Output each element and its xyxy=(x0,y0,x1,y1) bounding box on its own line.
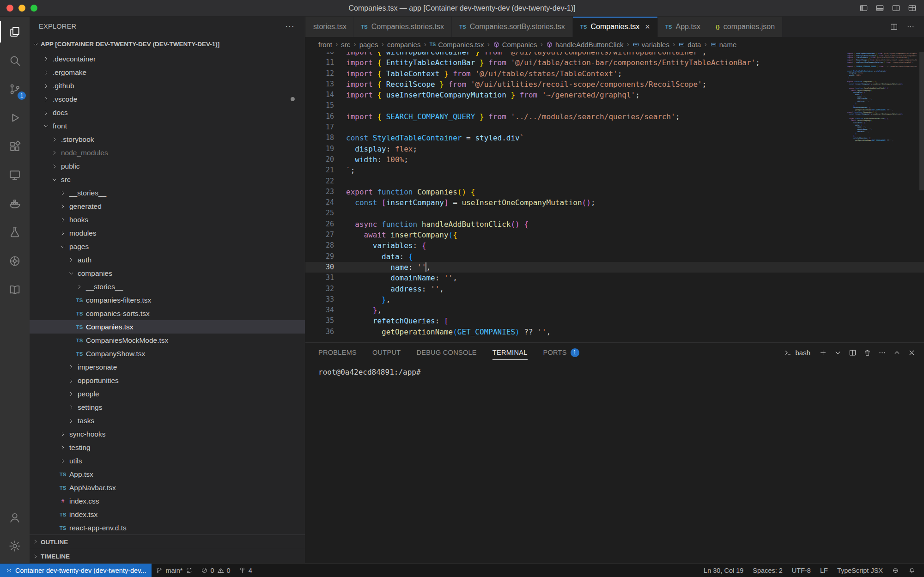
tree-item-vscode[interactable]: .vscode xyxy=(30,92,305,106)
tree-item-companyshow-tsx[interactable]: TSCompanyShow.tsx xyxy=(30,347,305,360)
section-timeline[interactable]: TIMELINE xyxy=(30,549,305,563)
terminal-shell-selector[interactable]: bash xyxy=(784,349,810,357)
terminal-body[interactable]: root@0a42ecd84891:/app# xyxy=(305,362,924,563)
globe-icon[interactable] xyxy=(888,564,903,577)
breadcrumb-item-src[interactable]: src xyxy=(341,41,350,49)
panel-tab-terminal[interactable]: TERMINAL xyxy=(492,343,528,362)
ports-indicator[interactable]: 4 xyxy=(235,564,256,577)
code-line-35[interactable]: 35 refetchQueries: [ xyxy=(305,316,924,326)
toggle-primary-sidebar-icon[interactable] xyxy=(859,4,868,12)
ellipsis-icon[interactable] xyxy=(906,23,915,31)
tree-item-generated[interactable]: generated xyxy=(30,200,305,213)
tree-item-sync-hooks[interactable]: sync-hooks xyxy=(30,427,305,441)
breadcrumb-item-data[interactable]: data xyxy=(678,41,701,49)
code-line-12[interactable]: 12import { TableContext } from '@/ui/tab… xyxy=(305,68,924,79)
code-line-22[interactable]: 22 xyxy=(305,176,924,187)
breadcrumb-item-companies-tsx[interactable]: TSCompanies.tsx xyxy=(430,41,484,49)
tree-item-testing[interactable]: testing xyxy=(30,441,305,454)
activity-item-docker[interactable] xyxy=(0,189,30,218)
tree-item-app-tsx[interactable]: TSApp.tsx xyxy=(30,468,305,481)
code-line-32[interactable]: 32 address: '', xyxy=(305,284,924,294)
remote-indicator[interactable]: Container dev-twenty-dev (dev-twenty-dev… xyxy=(0,564,152,577)
breadcrumb-item-companies[interactable]: companies xyxy=(387,41,421,49)
chevron-up-icon[interactable] xyxy=(893,349,901,357)
panel-tab-debug-console[interactable]: DEBUG CONSOLE xyxy=(416,343,476,362)
plus-icon[interactable] xyxy=(819,349,827,357)
chevron-down-icon[interactable] xyxy=(834,349,842,357)
code-line-30[interactable]: 30 name: '', xyxy=(305,262,924,273)
activity-item-explorer[interactable] xyxy=(0,18,30,46)
encoding[interactable]: UTF-8 xyxy=(788,564,815,577)
tab-companies-stories-tsx[interactable]: TSCompanies.stories.tsx xyxy=(353,17,452,37)
tree-item-src[interactable]: src xyxy=(30,173,305,186)
panel-tab-ports[interactable]: PORTS1 xyxy=(543,343,579,362)
breadcrumb-item-variables[interactable]: variables xyxy=(632,41,669,49)
activity-item-run-debug[interactable] xyxy=(0,103,30,132)
tree-item-modules[interactable]: modules xyxy=(30,226,305,240)
activity-item-search[interactable] xyxy=(0,46,30,75)
views-more-actions-icon[interactable]: ⋯ xyxy=(285,24,295,29)
split-icon[interactable] xyxy=(890,23,898,31)
code-line-10[interactable]: 10import { withTopBarContainer } from '@… xyxy=(305,52,924,57)
minimap[interactable]: import { withTopBarContainer } from '@/u… xyxy=(847,53,917,141)
indentation[interactable]: Spaces: 2 xyxy=(748,564,787,577)
trash-icon[interactable] xyxy=(863,349,871,357)
tree-item-utils[interactable]: utils xyxy=(30,454,305,468)
toggle-panel-icon[interactable] xyxy=(875,4,884,12)
activity-item-live-preview[interactable] xyxy=(0,275,30,304)
tree-item-pages[interactable]: pages xyxy=(30,240,305,253)
close-icon[interactable] xyxy=(908,349,916,357)
tree-item-companies-sorts-tsx[interactable]: TScompanies-sorts.tsx xyxy=(30,307,305,320)
code-line-28[interactable]: 28 variables: { xyxy=(305,240,924,251)
tree-item-impersonate[interactable]: impersonate xyxy=(30,360,305,374)
panel-tab-problems[interactable]: PROBLEMS xyxy=(318,343,357,362)
tree-item-appnavbar-tsx[interactable]: TSAppNavbar.tsx xyxy=(30,481,305,494)
tree-item-people[interactable]: people xyxy=(30,387,305,401)
activity-item-accounts[interactable] xyxy=(0,503,30,532)
code-line-20[interactable]: 20 width: 100%; xyxy=(305,154,924,165)
code-line-31[interactable]: 31 domainName: '', xyxy=(305,273,924,283)
close-window-button[interactable] xyxy=(6,5,13,12)
breadcrumb-item-handleaddbuttonclick[interactable]: handleAddButtonClick xyxy=(546,41,624,49)
code-line-11[interactable]: 11import { EntityTableActionBar } from '… xyxy=(305,57,924,68)
tree-item-companies[interactable]: companies xyxy=(30,267,305,280)
code-line-23[interactable]: 23export function Companies() { xyxy=(305,187,924,197)
tree-item-devcontainer[interactable]: .devcontainer xyxy=(30,52,305,66)
breadcrumb-item-front[interactable]: front xyxy=(318,41,332,49)
tree-item-index-tsx[interactable]: TSindex.tsx xyxy=(30,508,305,521)
code-line-19[interactable]: 19 display: flex; xyxy=(305,144,924,154)
tree-item-stories[interactable]: __stories__ xyxy=(30,280,305,293)
tree-item-companiesmockmode-tsx[interactable]: TSCompaniesMockMode.tsx xyxy=(30,334,305,347)
cursor-position[interactable]: Ln 30, Col 19 xyxy=(699,564,748,577)
tree-item-storybook[interactable]: .storybook xyxy=(30,133,305,146)
tree-item-public[interactable]: public xyxy=(30,159,305,173)
tree-item-companies-tsx[interactable]: TSCompanies.tsx xyxy=(30,320,305,334)
code-line-14[interactable]: 14import { useInsertOneCompanyMutation }… xyxy=(305,90,924,100)
code-line-34[interactable]: 34 }, xyxy=(305,305,924,316)
code-editor[interactable]: 10import { withTopBarContainer } from '@… xyxy=(305,52,924,342)
tree-item-companies-filters-tsx[interactable]: TScompanies-filters.tsx xyxy=(30,293,305,307)
tree-item-auth[interactable]: auth xyxy=(30,253,305,267)
tree-item-ergomake[interactable]: .ergomake xyxy=(30,66,305,79)
tab-companies-json[interactable]: {}companies.json xyxy=(708,17,783,37)
notifications-bell-icon[interactable] xyxy=(904,564,919,577)
tree-item-opportunities[interactable]: opportunities xyxy=(30,374,305,387)
minimize-window-button[interactable] xyxy=(18,5,25,12)
activity-item-settings[interactable] xyxy=(0,532,30,560)
tree-item-docs[interactable]: docs xyxy=(30,106,305,119)
activity-item-source-control[interactable]: 1 xyxy=(0,75,30,103)
tree-item-node-modules[interactable]: node_modules xyxy=(30,146,305,159)
git-branch-indicator[interactable]: main* xyxy=(152,564,196,577)
code-line-33[interactable]: 33 }, xyxy=(305,294,924,305)
tree-item-github[interactable]: .github xyxy=(30,79,305,92)
customize-layout-icon[interactable] xyxy=(908,4,917,12)
editor-scrollbar[interactable] xyxy=(919,52,924,190)
code-line-24[interactable]: 24 const [insertCompany] = useInsertOneC… xyxy=(305,197,924,208)
code-line-18[interactable]: 18const StyledTableContainer = styled.di… xyxy=(305,133,924,143)
toggle-secondary-sidebar-icon[interactable] xyxy=(892,4,900,12)
code-line-21[interactable]: 21`; xyxy=(305,165,924,176)
code-line-16[interactable]: 16import { SEARCH_COMPANY_QUERY } from '… xyxy=(305,111,924,122)
zoom-window-button[interactable] xyxy=(30,5,37,12)
code-line-17[interactable]: 17 xyxy=(305,122,924,133)
problems-indicator[interactable]: 00 xyxy=(197,564,235,577)
